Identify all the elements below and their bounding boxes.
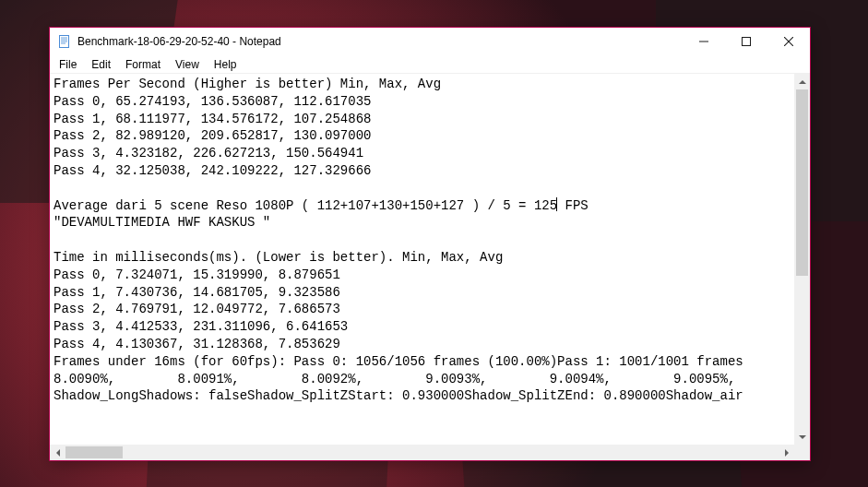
chevron-left-icon (56, 449, 60, 457)
scroll-right-button[interactable] (779, 445, 794, 460)
menu-edit[interactable]: Edit (84, 56, 118, 73)
window-title: Benchmark-18-06-29-20-52-40 - Notepad (77, 35, 281, 48)
scroll-left-button[interactable] (50, 445, 65, 460)
chevron-right-icon (785, 449, 789, 457)
horizontal-scroll-thumb[interactable] (65, 446, 123, 458)
menu-help[interactable]: Help (207, 56, 244, 73)
vertical-scroll-thumb[interactable] (796, 89, 808, 276)
desktop-wallpaper: Benchmark-18-06-29-20-52-40 - Notepad Fi… (0, 0, 868, 487)
minimize-button[interactable] (683, 28, 725, 55)
chevron-up-icon (799, 80, 806, 84)
notepad-window: Benchmark-18-06-29-20-52-40 - Notepad Fi… (49, 27, 811, 461)
svg-rect-6 (743, 38, 751, 46)
menu-format[interactable]: Format (118, 56, 168, 73)
titlebar[interactable]: Benchmark-18-06-29-20-52-40 - Notepad (50, 28, 810, 55)
scroll-corner (794, 445, 810, 460)
scroll-down-button[interactable] (794, 429, 810, 445)
menubar: File Edit Format View Help (50, 55, 810, 74)
vertical-scrollbar[interactable] (794, 74, 810, 445)
vertical-scroll-track[interactable] (794, 89, 810, 429)
scroll-up-button[interactable] (794, 74, 810, 89)
horizontal-scrollbar[interactable] (50, 445, 794, 460)
horizontal-scroll-track[interactable] (65, 445, 779, 460)
notepad-icon (57, 34, 72, 49)
client-area: Frames Per Second (Higher is better) Min… (50, 74, 810, 460)
text-editor[interactable]: Frames Per Second (Higher is better) Min… (50, 74, 794, 445)
menu-view[interactable]: View (168, 56, 207, 73)
maximize-button[interactable] (725, 28, 767, 55)
close-button[interactable] (767, 28, 810, 55)
chevron-down-icon (799, 435, 806, 439)
menu-file[interactable]: File (52, 56, 84, 73)
